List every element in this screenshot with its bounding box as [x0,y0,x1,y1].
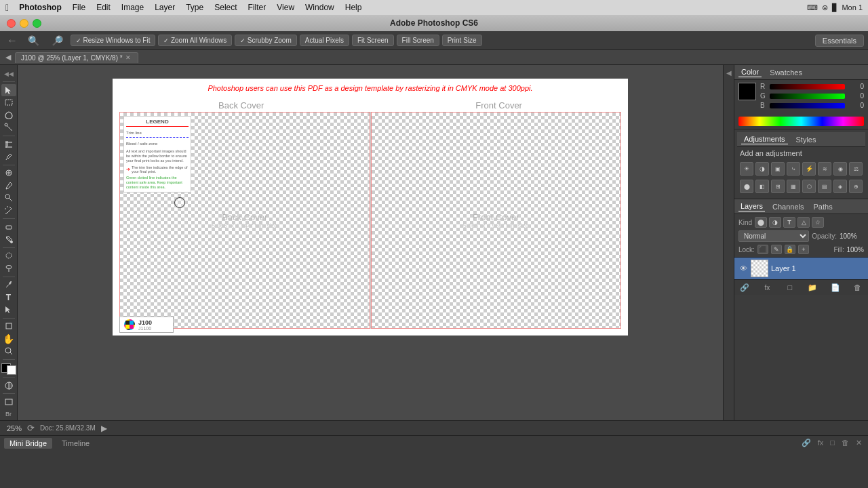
adj-threshold[interactable]: ▤ [818,180,831,193]
blend-mode-select[interactable]: Normal [738,230,809,242]
filter-smart-icon[interactable]: ☆ [812,217,824,228]
fit-screen-btn[interactable]: Fit Screen [352,35,394,46]
adj-brightness[interactable]: ☀ [740,162,753,176]
blur-tool[interactable] [1,250,16,262]
marquee-tool[interactable] [1,97,16,108]
swatches-tab[interactable]: Swatches [767,68,805,77]
close-button[interactable] [7,19,16,28]
delete-layer-icon[interactable]: 🗑 [852,282,864,293]
adj-gradient-map[interactable]: ▦ [787,180,800,193]
panel-toggle-btn[interactable]: ◀◀ [1,68,16,79]
lock-pos-icon[interactable]: ✎ [771,245,782,254]
menu-view[interactable]: View [272,2,299,13]
color-tab[interactable]: Color [738,67,762,77]
menu-layer[interactable]: Layer [150,2,180,13]
essentials-btn[interactable]: Essentials [815,35,864,47]
resize-windows-btn[interactable]: Resize Windows to Fit [71,35,155,46]
styles-tab[interactable]: Styles [793,135,819,144]
menu-photoshop[interactable]: Photoshop [14,2,66,13]
new-layer-icon[interactable]: 📄 [829,282,842,293]
mini-bridge-icon-4[interactable]: 🗑 [840,438,851,448]
path-selection-tool[interactable] [1,304,16,315]
adj-levels[interactable]: ▣ [771,162,785,176]
print-size-btn[interactable]: Print Size [442,35,482,46]
channels-tab[interactable]: Channels [770,202,806,211]
launch-bridge-btn[interactable]: Br [1,408,16,420]
paint-bucket-tool[interactable] [1,233,16,245]
layer-visibility-eye[interactable]: 👁 [738,264,748,273]
add-link-icon[interactable]: 🔗 [738,282,751,293]
menu-file[interactable]: File [68,2,90,13]
timeline-tab[interactable]: Timeline [56,438,95,449]
paths-tab[interactable]: Paths [812,202,835,211]
pen-tool[interactable] [1,279,16,290]
mini-bridge-close[interactable]: ✕ [854,438,864,448]
filter-adj-icon[interactable]: ◑ [769,217,781,228]
lock-all-icon[interactable]: 🔒 [785,245,795,254]
heal-tool[interactable] [1,167,16,178]
history-brush[interactable] [1,205,16,216]
lock-extra-icon[interactable]: + [798,245,809,254]
color-preview[interactable] [738,83,756,100]
r-slider[interactable] [770,84,845,89]
menu-select[interactable]: Select [210,2,241,13]
layers-tab[interactable]: Layers [738,201,765,211]
zoom-out-btn[interactable]: 🔎 [47,34,68,47]
filter-type-icon[interactable]: T [783,217,795,228]
dodge-tool[interactable] [1,262,16,274]
hand-tool[interactable]: ✋ [1,333,16,344]
select-tool[interactable] [1,84,16,96]
adj-vibrance[interactable]: ◉ [833,162,847,176]
canvas-area[interactable]: Photoshop users can use this PDF as a de… [18,65,723,420]
mini-bridge-icon-1[interactable]: 🔗 [800,438,813,448]
filter-pixel-icon[interactable]: ⬤ [755,217,767,228]
zoom-all-windows-btn[interactable]: Zoom All Windows [158,35,232,46]
new-group-icon[interactable]: 📁 [806,282,818,293]
adj-channel-mixer[interactable]: ⊞ [771,180,785,193]
quick-mask-btn[interactable] [1,380,16,391]
adj-posterize[interactable]: ◈ [833,180,847,193]
crop-tool[interactable] [1,138,16,150]
menu-help[interactable]: Help [340,2,367,13]
adj-color-balance[interactable]: ⚖ [849,162,863,176]
scrubby-zoom-btn[interactable]: Scrubby Zoom [235,35,297,46]
menu-filter[interactable]: Filter [243,2,271,13]
maximize-button[interactable] [33,19,41,28]
b-slider[interactable] [770,103,845,108]
menu-image[interactable]: Image [117,2,149,13]
menu-edit[interactable]: Edit [92,2,115,13]
lasso-tool[interactable] [1,109,16,121]
mini-bridge-icon-2[interactable]: fx [816,438,826,448]
clone-tool[interactable] [1,192,16,203]
color-spectrum[interactable] [738,117,864,126]
adjustments-tab[interactable]: Adjustments [741,134,788,144]
adj-invert[interactable]: ⊕ [849,180,863,193]
lock-pixels-icon[interactable]: ⬛ [757,245,768,254]
menu-type[interactable]: Type [181,2,208,13]
adj-hsl[interactable]: ≋ [818,162,831,176]
filter-shape-icon[interactable]: △ [797,217,810,228]
text-tool[interactable]: T [1,291,16,303]
adj-selective-color[interactable]: ⬡ [802,180,816,193]
fx-icon[interactable]: fx [761,282,773,293]
shape-tool[interactable] [1,320,16,331]
fill-screen-btn[interactable]: Fill Screen [397,35,439,46]
mini-bridge-icon-3[interactable]: □ [828,438,837,448]
zoom-tool[interactable] [1,345,16,357]
doc-tab-close[interactable]: ✕ [125,54,131,61]
mini-bridge-tab[interactable]: Mini Bridge [4,438,52,449]
panel-collapse-btn[interactable]: ◀ [723,65,734,420]
doc-tab[interactable]: J100 @ 25% (Layer 1, CMYK/8) * ✕ [15,52,138,63]
adj-exposure[interactable]: ⚡ [802,162,816,176]
adj-contrast[interactable]: ◑ [755,162,769,176]
screen-mode-btn[interactable] [1,396,16,407]
adj-photo-filter[interactable]: ◧ [755,180,769,193]
actual-pixels-btn[interactable]: Actual Pixels [300,35,349,46]
layer-1-item[interactable]: 👁 Layer 1 [734,258,868,279]
fg-bg-color[interactable] [1,363,16,375]
eyedropper-tool[interactable] [1,150,16,162]
magic-wand-tool[interactable] [1,122,16,134]
zoom-in-btn[interactable]: 🔍 [23,34,44,47]
g-slider[interactable] [770,94,845,99]
minimize-button[interactable] [20,19,28,28]
